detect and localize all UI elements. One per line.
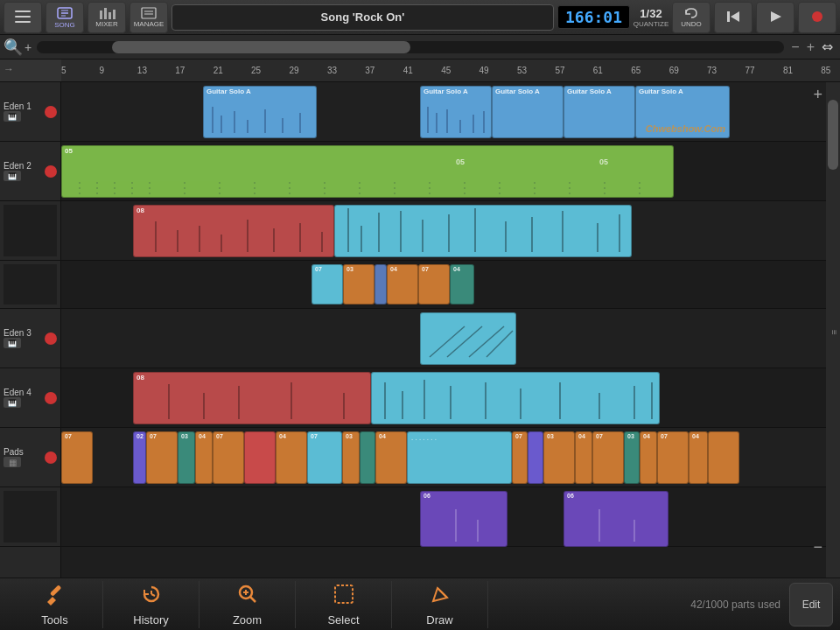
- clip-pads-6[interactable]: 07: [213, 431, 244, 484]
- clip-guitar-solo-a-4[interactable]: Guitar Solo A: [564, 86, 635, 138]
- horizontal-scrollbar[interactable]: [37, 41, 784, 53]
- mute-btn-eden2[interactable]: [45, 165, 57, 178]
- clip-pads-19[interactable]: 03: [624, 431, 640, 484]
- track-header-eden3: Eden 3 🎹: [0, 309, 60, 368]
- clip-pads-23[interactable]: [708, 431, 739, 484]
- v-scrollbar[interactable]: ≡: [826, 82, 840, 578]
- clip-row4-6-label: 04: [451, 265, 473, 273]
- svg-line-97: [250, 597, 256, 602]
- go-start-button[interactable]: [714, 2, 752, 33]
- clip-pads-4[interactable]: 03: [178, 431, 195, 484]
- clip-pads-8[interactable]: 04: [276, 431, 307, 484]
- clip-pads-12[interactable]: 04: [375, 431, 407, 484]
- hamburger-menu-button[interactable]: [4, 2, 42, 33]
- clip-pads-11[interactable]: [360, 431, 375, 484]
- clip-guitar-solo-a-2[interactable]: Guitar Solo A: [420, 86, 492, 138]
- clip-label-4: Guitar Solo A: [564, 87, 634, 96]
- tools-label: Tools: [41, 613, 67, 626]
- minus-icon[interactable]: −: [788, 39, 802, 55]
- svg-rect-93: [49, 584, 60, 596]
- ruler-tick-61: 61: [593, 66, 603, 75]
- parts-info: 42/1000 parts used: [488, 598, 789, 611]
- song-button[interactable]: SONG: [46, 2, 84, 33]
- song-label: SONG: [54, 21, 75, 29]
- clip-pads-13[interactable]: . . . . . . .: [407, 431, 512, 484]
- clip-pads-5[interactable]: 04: [195, 431, 213, 484]
- track-icon-pads: ▦: [4, 457, 21, 467]
- clip-row4-1[interactable]: 07: [312, 264, 343, 304]
- manage-button[interactable]: MANAGE: [130, 2, 168, 33]
- remove-track-button[interactable]: −: [813, 538, 822, 556]
- mute-btn-eden1[interactable]: [45, 106, 57, 118]
- history-button[interactable]: History: [103, 581, 200, 628]
- clip-pads-22[interactable]: 04: [689, 431, 708, 484]
- track-name-eden4: Eden 4: [4, 388, 32, 397]
- play-button[interactable]: [756, 2, 794, 33]
- edit-button[interactable]: Edit: [789, 583, 833, 626]
- clip-pads-18[interactable]: 07: [592, 431, 624, 484]
- v-scroll-thumb[interactable]: [828, 100, 838, 170]
- clip-eden4-blue-content: [372, 373, 659, 424]
- ruler-tick-57: 57: [555, 66, 564, 75]
- clip-eden3[interactable]: [420, 312, 516, 365]
- clip-label-2: Guitar Solo A: [421, 87, 491, 96]
- clip-eden4-blue[interactable]: [371, 372, 660, 424]
- clip-pads-14[interactable]: 07: [512, 431, 528, 484]
- clip-row4-2[interactable]: 03: [343, 264, 374, 304]
- mute-btn-eden4[interactable]: [45, 392, 57, 404]
- draw-button[interactable]: Draw: [392, 581, 488, 628]
- add-track-button[interactable]: +: [813, 86, 822, 104]
- ruler-tick-45: 45: [441, 66, 451, 75]
- clip-eden4-red[interactable]: 08: [133, 372, 371, 424]
- clip-pads-16[interactable]: 03: [543, 431, 575, 484]
- clip-pads-10[interactable]: 03: [342, 431, 360, 484]
- mute-btn-pads[interactable]: [45, 452, 57, 464]
- clip-content-2: [421, 96, 491, 137]
- clip-guitar-solo-a-1[interactable]: Guitar Solo A: [203, 86, 317, 138]
- quantize-value: 1/32: [640, 7, 662, 20]
- zoom-plus-icon[interactable]: +: [24, 40, 32, 54]
- mute-btn-eden3[interactable]: [45, 332, 57, 345]
- clip-row3-blue[interactable]: [334, 205, 632, 257]
- clip-guitar-solo-a-5[interactable]: Guitar Solo A Chwebshow.Com: [635, 86, 730, 138]
- clip-pads-20[interactable]: 04: [640, 431, 657, 484]
- expand-icon[interactable]: ⇔: [818, 38, 836, 55]
- clip-pads-7[interactable]: [244, 431, 276, 484]
- svg-rect-1: [15, 16, 31, 18]
- track-name-eden2: Eden 2: [4, 161, 32, 171]
- clip-pads-3[interactable]: 07: [146, 431, 178, 484]
- svg-marker-16: [771, 11, 781, 22]
- tools-button[interactable]: Tools: [7, 581, 103, 628]
- zoom-button[interactable]: Zoom: [200, 581, 296, 628]
- quantize-box[interactable]: 1/32 QUANTIZE: [634, 7, 668, 28]
- clip-pads-1[interactable]: 07: [61, 431, 93, 484]
- clip-row4-3[interactable]: [374, 264, 387, 304]
- clip-row4-5[interactable]: 07: [418, 264, 450, 304]
- undo-button[interactable]: UNDO: [672, 2, 710, 33]
- clip-pads-17[interactable]: 04: [575, 431, 592, 484]
- clip-eden2-green[interactable]: 05: [61, 145, 674, 198]
- v-scroll-lines: ≡: [829, 330, 839, 335]
- clip-pads-2[interactable]: 02: [133, 431, 146, 484]
- clip-row4-6[interactable]: 04: [450, 264, 474, 304]
- edit-label: Edit: [802, 598, 821, 611]
- clip-label-3: Guitar Solo A: [493, 87, 563, 96]
- ruler-arrow-icon: →: [4, 63, 14, 75]
- clip-guitar-solo-a-3[interactable]: Guitar Solo A: [492, 86, 564, 138]
- clip-row3-red[interactable]: 08: [133, 205, 334, 257]
- clip-bottom-2[interactable]: 06: [564, 491, 668, 547]
- clip-eden2-content: 05 05: [62, 156, 673, 197]
- clip-pads-21[interactable]: 07: [657, 431, 689, 484]
- time-value: 166:01: [565, 8, 622, 26]
- clip-pads-15[interactable]: [528, 431, 543, 484]
- select-button[interactable]: Select: [296, 581, 392, 628]
- clip-pads-9[interactable]: 07: [307, 431, 342, 484]
- clip-bottom-1[interactable]: 06: [420, 491, 508, 547]
- record-button[interactable]: [798, 2, 836, 33]
- tracks-content[interactable]: Guitar Solo A Guitar Solo A: [61, 82, 840, 578]
- zoom-out-icon[interactable]: 🔍: [4, 38, 23, 57]
- mixer-button[interactable]: MIXER: [88, 2, 126, 33]
- plus-icon[interactable]: +: [803, 39, 818, 55]
- clip-row4-4[interactable]: 04: [387, 264, 418, 304]
- scrollbar-thumb[interactable]: [112, 41, 411, 53]
